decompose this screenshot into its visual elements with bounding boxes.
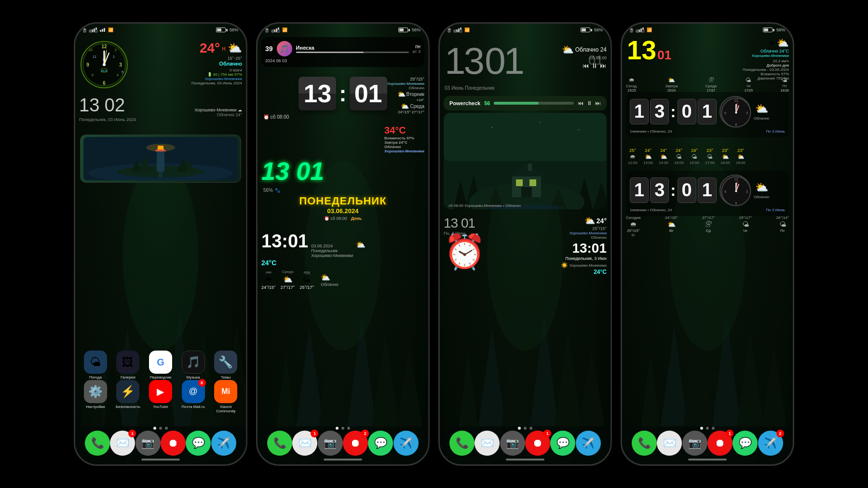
dock-camera-p2[interactable]: 📷 — [318, 431, 343, 456]
dot-1 — [518, 427, 521, 430]
phone-3: ✱ 📶 56% — [438, 22, 612, 466]
bf-d0-sub: Вт — [632, 233, 636, 237]
d4-icon: 🌤 — [782, 77, 787, 83]
d0-icon: 🌧 — [629, 77, 635, 83]
mail-dock-badge: 1 — [128, 430, 136, 437]
pc-next[interactable]: ⏭ — [595, 100, 601, 107]
bb4 — [763, 27, 773, 32]
dock-record-p2[interactable]: ⏺ 2 — [343, 431, 368, 456]
phone-2-big-temp: 34°C Влажность 97% Завтра 24°С Облачно Х… — [384, 125, 424, 153]
battery-body — [398, 27, 408, 32]
landscape-p3-svg: сб 08:00 Хорошево-Мневники • Облачно — [444, 113, 607, 209]
dock-record-p4[interactable]: ⏺ 1 — [707, 431, 732, 456]
bf-d1-label: 24°/15° — [665, 216, 678, 220]
phone-3-home-bar — [506, 459, 544, 461]
dot-1 — [700, 427, 703, 430]
dock-telegram-p3[interactable]: ✈️ — [576, 431, 601, 456]
clock-time: 13 02 — [79, 95, 125, 116]
top-clock-mins: 01 — [657, 49, 671, 61]
f1-temp: 24°/15° — [261, 285, 276, 290]
app-translator[interactable]: G Переводчик — [146, 351, 175, 380]
phone-1-screen: ✱ 📶 — [75, 24, 246, 464]
day-wed: ⛈ Среда 17/27 — [705, 77, 717, 92]
f3-day: ерд — [304, 270, 310, 274]
dock-telegram[interactable]: ✈️ — [211, 431, 236, 456]
bf-pt: 26°/14° 🌤 Пт — [776, 216, 789, 237]
dock-whatsapp-p3[interactable]: 💬 — [550, 431, 575, 456]
app-mailru[interactable]: @ 8 Почта Mail.ru — [179, 380, 208, 414]
dock-whatsapp-p4[interactable]: 💬 — [732, 431, 758, 456]
svg-rect-79 — [528, 163, 532, 171]
fd-sep: : — [670, 102, 676, 121]
dock-mail-p2[interactable]: ✉️1 — [292, 431, 317, 456]
phone-3-date-line: 03 Июнь Понедельник — [445, 85, 494, 91]
phone-2-status-bar: ✱ 📶 56% — [258, 27, 428, 32]
dock-telegram-p2[interactable]: ✈️ — [393, 431, 419, 456]
phone-2-screen: ✱ 📶 56% — [258, 24, 428, 464]
dock-record[interactable]: ⏺ — [161, 431, 186, 456]
phone-4-sensors — [630, 29, 645, 33]
dock-phone-p3[interactable]: 📞 — [449, 431, 475, 456]
phone-2-percent: 56% 🐾 — [263, 188, 280, 193]
phone-1-app-grid-row1: 🌤 Погода 🖼 Галерея G Переводчик — [75, 351, 246, 380]
pc-play[interactable]: ⏸ — [586, 100, 592, 107]
gallery-app-icon: 🖼 — [122, 355, 134, 369]
camera-dot — [277, 29, 280, 33]
app-settings[interactable]: ⚙️ Настройки — [81, 380, 110, 414]
bf-d3-label: 25°/17° — [739, 216, 752, 220]
app-themes[interactable]: 🔧 Темы — [211, 351, 240, 380]
phone-4: ✱ 📶 56% — [621, 22, 794, 466]
app-gallery[interactable]: 🖼 Галерея — [114, 351, 143, 380]
app-label-xiaomi: Xiaomi Community — [211, 405, 240, 414]
dock-mail-p3[interactable]: ✉️ — [475, 431, 500, 456]
dock-phone-p2[interactable]: 📞 — [267, 431, 292, 456]
dock-phone[interactable]: 📞 — [85, 431, 110, 456]
track-number: 39 — [265, 45, 273, 53]
phone-2-green-clock: 13 01 — [261, 159, 324, 184]
app-icon-settings: ⚙️ — [84, 380, 107, 403]
fd-m2: 1 — [698, 99, 717, 124]
location-p2: Хорошево-Мневники — [387, 81, 424, 86]
app-xiaomi[interactable]: Mi Xiaomi Community — [211, 380, 240, 414]
h5-icon: 🌤 — [707, 153, 713, 160]
h5-time: 17:00 — [705, 161, 715, 165]
f2-icon: ⛅ — [283, 275, 293, 284]
app-weather[interactable]: 🌤 Погода — [81, 351, 110, 380]
phone-call-icon: 📞 — [91, 437, 104, 449]
svg-text:3: 3 — [119, 62, 122, 68]
svg-text:9: 9 — [724, 111, 726, 115]
svg-text:4: 4 — [117, 73, 119, 77]
h0-icon: 🌧 — [630, 153, 636, 160]
dock-camera-p4[interactable]: 📷 — [682, 431, 707, 456]
bf-d1-icon: ⛅ — [667, 220, 676, 228]
dock-mail-p4[interactable]: ✉️ — [657, 431, 682, 456]
bottom-weather-row: ⛅ 24° — [570, 216, 607, 226]
dock-whatsapp-p2[interactable]: 💬 — [368, 431, 393, 456]
app-music[interactable]: 🎵 Музыка — [179, 351, 208, 380]
day-display: пн вт 3 — [413, 44, 420, 54]
mail-badge-p2: 1 — [311, 430, 318, 437]
dock-record-p3[interactable]: ⏺ 1 — [525, 431, 550, 456]
pc-prev[interactable]: ⏮ — [578, 100, 583, 107]
weather-icon-f: ⛅ — [321, 273, 330, 282]
forecast-1: ник 🌧 24°/15° — [261, 270, 276, 290]
day-today: 🌧 Сегод. 15/25 — [626, 77, 637, 92]
dock-camera-p3[interactable]: 📷 — [500, 431, 525, 456]
dock-whatsapp[interactable]: 💬 — [186, 431, 211, 456]
app-security[interactable]: ⚡ Безопасность — [114, 380, 143, 414]
bpct-p3: 56% — [594, 27, 603, 32]
alarm-clock-emoji: ⏰ — [444, 235, 486, 269]
s1 — [630, 29, 633, 33]
dock-phone-p4[interactable]: 📞 — [632, 431, 657, 456]
svg-rect-76 — [521, 187, 532, 197]
dock-telegram-p4[interactable]: ✈️ 2 — [758, 431, 783, 456]
condition-label: ⛅ Облачно — [321, 273, 338, 287]
mail-badge: 8 — [198, 379, 206, 387]
app-label-security: Безопасность — [116, 405, 140, 409]
app-youtube[interactable]: ▶ YouTube — [146, 380, 175, 414]
svg-text:9: 9 — [86, 62, 89, 68]
flip-digits-1: 1 3 : 0 1 — [630, 99, 717, 124]
dock-mail[interactable]: ✉️ 1 — [110, 431, 135, 456]
app-label-settings: Настройки — [86, 405, 105, 409]
dock-camera[interactable]: 📷 — [136, 431, 161, 456]
